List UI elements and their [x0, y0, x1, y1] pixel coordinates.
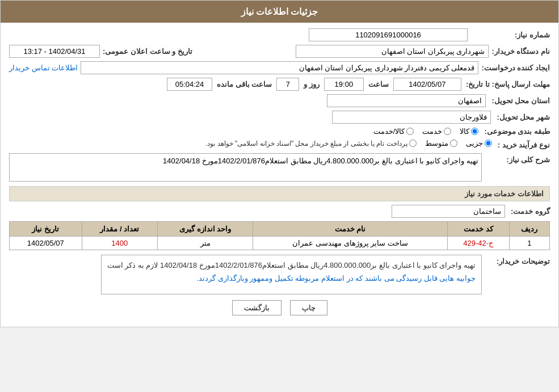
- province-label: استان محل تحویل:: [491, 96, 550, 105]
- days-label: روز و: [304, 80, 320, 88]
- category-radio-group: کالا/خدمت خدمت کالا: [373, 127, 479, 136]
- announce-date-value: 1402/04/31 - 13:17: [9, 45, 100, 58]
- buyer-desc-text1: تهیه واجرای کانیو با اعتباری بالغ بر4.80…: [107, 261, 476, 269]
- announce-date-from: 1402/05/07: [393, 78, 461, 91]
- creator-value: قدمعلی کریمی دفتردار شهرداری پیربکران اس…: [81, 61, 478, 74]
- category-radio-kala[interactable]: کالا: [460, 127, 478, 136]
- process-radio-medium-input[interactable]: [450, 140, 457, 147]
- main-container: جزئیات اطلاعات نیاز شماره نیاز: 11020916…: [0, 0, 559, 327]
- category-radio-kala-input[interactable]: [471, 128, 478, 135]
- buyer-desc-text2: جوابیه هایی قابل رسیدگی می باشند که در ا…: [196, 274, 476, 283]
- category-radio-kala-khedmat-input[interactable]: [406, 128, 414, 135]
- buyer-desc-line1: تهیه واجرای کانیو با اعتباری بالغ بر4.80…: [107, 259, 476, 272]
- print-button[interactable]: چاپ: [290, 300, 327, 315]
- category-radio-khedmat-label: خدمت: [422, 127, 442, 136]
- buyer-desc-box: تهیه واجرای کانیو با اعتباری بالغ بر4.80…: [101, 255, 482, 294]
- col-name: نام خدمت: [253, 222, 448, 237]
- announce-days: 7: [276, 78, 299, 91]
- header-title: جزئیات اطلاعات نیاز: [241, 7, 318, 16]
- buttons-row: چاپ بازگشت: [9, 300, 550, 315]
- buyer-org-label: نام دستگاه خریدار:: [491, 47, 550, 56]
- process-radio-partial[interactable]: جزیی: [466, 139, 492, 147]
- col-qty: تعداد / مقدار: [82, 222, 157, 237]
- cell-name-0: ساخت سایر پروژهای مهندسی عمران: [253, 237, 448, 250]
- process-radio-full[interactable]: پرداخت تام یا بخشی از مبلغ خریداز محل "ا…: [205, 140, 417, 147]
- category-label: طبقه بندی موضوعی:: [484, 127, 550, 136]
- table-header-row: ردیف کد خدمت نام خدمت واحد اندازه گیری ت…: [10, 222, 550, 237]
- process-radio-partial-input[interactable]: [485, 140, 492, 147]
- need-number-label: شماره نیاز:: [470, 31, 550, 39]
- category-radio-khedmat-input[interactable]: [444, 128, 451, 135]
- cell-date-0: 1402/05/07: [10, 237, 82, 250]
- col-unit: واحد اندازه گیری: [158, 222, 253, 237]
- process-content: پرداخت تام یا بخشی از مبلغ خریداز محل "ا…: [205, 139, 492, 150]
- services-section-title: اطلاعات خدمات مورد نیاز: [9, 186, 550, 201]
- category-radio-kala-khedmat[interactable]: کالا/خدمت: [373, 127, 414, 136]
- table-row: 1 ج-42-429 ساخت سایر پروژهای مهندسی عمرا…: [10, 237, 550, 250]
- city-value: فلاورجان: [332, 111, 491, 124]
- announce-time: 19:00: [324, 78, 364, 91]
- buyer-org-value: شهرداری پیربکران استان اصفهان: [296, 45, 489, 58]
- process-radio-full-label: پرداخت تام یا بخشی از مبلغ خریداز محل "ا…: [205, 140, 407, 147]
- back-button[interactable]: بازگشت: [232, 300, 281, 315]
- process-radio-partial-label: جزیی: [466, 139, 483, 147]
- cell-code-0: ج-42-429: [447, 237, 509, 250]
- cell-row-0: 1: [509, 237, 550, 250]
- remaining-label: ساعت باقی مانده: [217, 80, 272, 88]
- col-code: کد خدمت: [447, 222, 509, 237]
- cell-qty-0: 1400: [82, 237, 157, 250]
- page-header: جزئیات اطلاعات نیاز: [1, 1, 558, 23]
- province-value: اصفهان: [327, 94, 486, 107]
- need-number-value: 1102091691000016: [309, 28, 468, 41]
- process-radio-medium[interactable]: متوسط: [425, 139, 457, 147]
- category-radio-khedmat[interactable]: خدمت: [422, 127, 451, 136]
- cell-unit-0: متر: [158, 237, 253, 250]
- buyer-desc-line2: جوابیه هایی قابل رسیدگی می باشند که در ا…: [107, 272, 476, 285]
- process-radio-medium-label: متوسط: [425, 139, 448, 147]
- service-group-label: گروه خدمت:: [511, 207, 550, 216]
- col-date: تاریخ نیاز: [10, 222, 82, 237]
- creator-label: ایجاد کننده درخواست:: [481, 64, 550, 72]
- description-textarea[interactable]: [9, 153, 482, 182]
- category-radio-kala-label: کالا: [460, 127, 469, 136]
- creator-link[interactable]: اطلاعات تماس خریدار: [9, 64, 78, 72]
- announce-remaining: 05:04:24: [167, 78, 212, 91]
- announce-date-label: تاریخ و ساعت اعلان عمومی:: [103, 47, 192, 56]
- service-group-value: ساختمان: [392, 205, 505, 218]
- category-radio-kala-khedmat-label: کالا/خدمت: [373, 127, 405, 136]
- description-label: شرح کلی نیاز:: [487, 153, 550, 164]
- city-label: شهر محل تحویل:: [497, 113, 550, 121]
- col-row: ردیف: [509, 222, 550, 237]
- time-label: ساعت: [368, 80, 389, 88]
- need-number-row: شماره نیاز: 1102091691000016: [9, 28, 550, 41]
- process-radio-full-input[interactable]: [409, 140, 417, 147]
- process-label: نوع فرآیند خرید :: [498, 139, 550, 149]
- deadline-label: مهلت ارسال پاسخ: تا تاریخ:: [466, 80, 550, 88]
- buyer-desc-label: توضیحات خریدار:: [487, 255, 550, 265]
- service-table: ردیف کد خدمت نام خدمت واحد اندازه گیری ت…: [9, 221, 550, 250]
